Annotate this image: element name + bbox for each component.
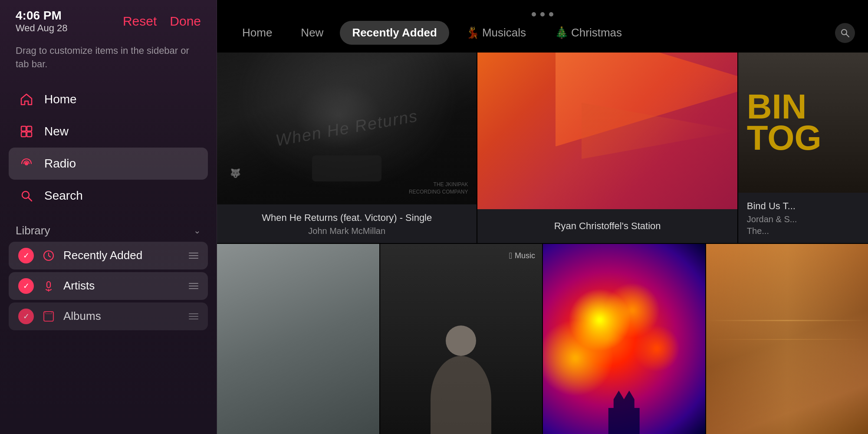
tab-new[interactable]: New — [289, 21, 335, 45]
library-header: Library ⌄ — [0, 212, 217, 242]
album-info-2: Ryan Christoffel's Station — [477, 209, 737, 243]
grid-icon — [18, 123, 35, 140]
svg-point-12 — [842, 30, 847, 35]
wolf-icon: 🐺 — [230, 168, 241, 178]
clock-icon — [41, 248, 56, 263]
album-info-1: When He Returns (feat. Victory) - Single… — [217, 204, 477, 243]
dots-menu — [532, 6, 553, 16]
library-recently-added-label: Recently Added — [63, 249, 182, 262]
album-card-ryan[interactable]: Ryan Christoffel's Station — [477, 53, 737, 243]
content-area: When He Returns 🐺 THE JKINIPAKRECORDING … — [217, 53, 868, 434]
svg-rect-0 — [21, 126, 26, 131]
apple-music-badge:  Music — [509, 251, 535, 261]
drag-handle-artists — [189, 283, 198, 289]
sidebar-item-search[interactable]: Search — [9, 180, 208, 212]
sidebar-item-radio[interactable]: Radio — [9, 148, 208, 180]
album-art-person:  Music — [380, 244, 542, 434]
album-art-bind: BINTOG — [738, 53, 868, 193]
album-title-3: Bind Us T... — [747, 200, 859, 213]
album-card-person[interactable]:  Music — [379, 244, 542, 434]
sidebar-time-date: 4:06 PM Wed Aug 28 — [16, 9, 67, 34]
svg-line-6 — [28, 197, 32, 201]
library-items: ✓ Recently Added ✓ Artis — [0, 242, 217, 330]
sidebar-item-new-label: New — [44, 125, 69, 138]
drag-handle-recently-added — [189, 253, 198, 259]
svg-rect-2 — [21, 132, 26, 137]
album-art-speed — [706, 244, 868, 434]
done-button[interactable]: Done — [170, 14, 201, 29]
sidebar-nav: Home New Radio — [0, 83, 217, 212]
svg-rect-3 — [27, 132, 32, 137]
album-info-3: Bind Us T... Jordan & S... The... — [738, 193, 868, 243]
topbar — [217, 0, 868, 16]
album-card-when-he-returns[interactable]: When He Returns 🐺 THE JKINIPAKRECORDING … — [217, 53, 477, 243]
album-artist-1: John Mark McMillan — [226, 226, 468, 236]
tab-recently-added[interactable]: Recently Added — [340, 21, 449, 45]
sidebar-instructions: Drag to customize items in the sidebar o… — [0, 41, 217, 83]
drag-handle-albums — [189, 313, 198, 319]
reset-button[interactable]: Reset — [123, 14, 157, 29]
tab-musicals[interactable]: 💃Musicals — [454, 21, 538, 45]
main-content: Home New Recently Added 💃Musicals 🎄Chris… — [217, 0, 868, 434]
sidebar-item-home[interactable]: Home — [9, 83, 208, 115]
mic-icon — [41, 278, 56, 294]
album-art-radio — [477, 53, 737, 209]
library-label: Library — [16, 224, 50, 237]
bottom-album-row:  Music — [217, 244, 868, 434]
home-icon — [18, 91, 35, 108]
svg-point-4 — [25, 162, 28, 165]
sidebar-item-new[interactable]: New — [9, 115, 208, 148]
radio-icon — [18, 155, 35, 172]
tab-christmas[interactable]: 🎄Christmas — [542, 21, 634, 45]
library-item-artists[interactable]: ✓ Artists — [9, 272, 208, 300]
album-art-train: When He Returns 🐺 THE JKINIPAKRECORDING … — [217, 53, 477, 204]
album-card-bind[interactable]: BINTOG Bind Us T... Jordan & S... The... — [737, 53, 868, 243]
album-extra-3: The... — [747, 226, 859, 236]
svg-rect-11 — [46, 312, 52, 314]
library-artists-label: Artists — [63, 279, 182, 293]
library-item-recently-added[interactable]: ✓ Recently Added — [9, 242, 208, 270]
album-artist-3: Jordan & S... — [747, 214, 859, 224]
apple-music-label: Music — [515, 251, 535, 260]
sidebar-item-radio-label: Radio — [44, 157, 76, 171]
recording-label: THE JKINIPAKRECORDING COMPANY — [409, 181, 468, 196]
svg-line-13 — [846, 34, 849, 37]
sidebar-header: 4:06 PM Wed Aug 28 Reset Done — [0, 0, 217, 41]
library-item-albums[interactable]: ✓ Albums — [9, 302, 208, 330]
album-title-2: Ryan Christoffel's Station — [554, 220, 661, 233]
check-icon-artists: ✓ — [18, 278, 34, 294]
check-icon-albums: ✓ — [18, 309, 34, 324]
album-card-fireworks[interactable] — [542, 244, 705, 434]
svg-rect-1 — [27, 126, 32, 131]
library-albums-label: Albums — [63, 309, 182, 323]
album-art-fireworks — [543, 244, 705, 434]
check-icon-recently-added: ✓ — [18, 248, 34, 263]
album-card-speed[interactable] — [705, 244, 868, 434]
album-art-gray — [217, 244, 379, 434]
dot-3 — [549, 12, 553, 16]
svg-rect-9 — [47, 282, 50, 288]
album-card-gray[interactable] — [217, 244, 379, 434]
sidebar-item-home-label: Home — [44, 92, 77, 106]
top-album-row: When He Returns 🐺 THE JKINIPAKRECORDING … — [217, 53, 868, 243]
tab-home[interactable]: Home — [230, 21, 284, 45]
album-title-1: When He Returns (feat. Victory) - Single — [226, 211, 468, 224]
sidebar-item-search-label: Search — [44, 189, 83, 203]
search-tab-button[interactable] — [835, 23, 855, 43]
tab-bar: Home New Recently Added 💃Musicals 🎄Chris… — [217, 16, 868, 53]
library-chevron-icon[interactable]: ⌄ — [194, 225, 201, 236]
dot-1 — [532, 12, 536, 16]
search-icon — [18, 187, 35, 204]
date-display: Wed Aug 28 — [16, 23, 67, 34]
time-display: 4:06 PM — [16, 9, 67, 23]
sidebar: 4:06 PM Wed Aug 28 Reset Done Drag to cu… — [0, 0, 217, 434]
dot-2 — [540, 12, 545, 16]
album-icon — [41, 309, 56, 324]
